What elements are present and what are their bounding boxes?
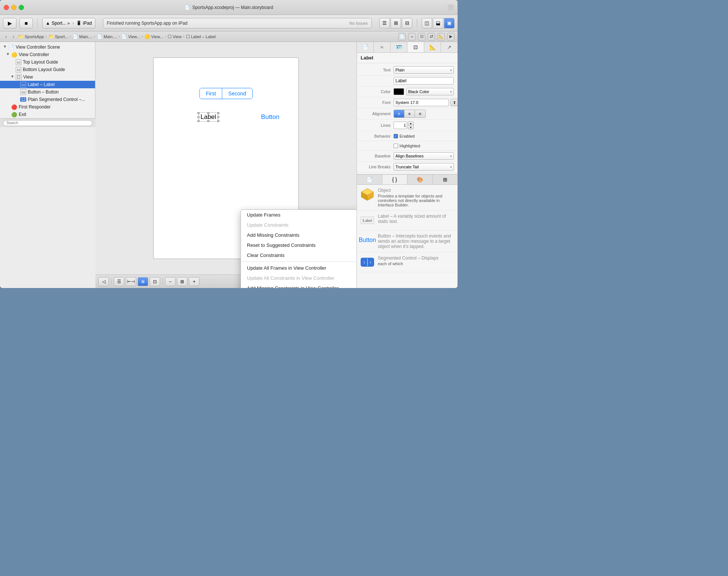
- breadcrumb-main2[interactable]: 📄 Main....: [97, 34, 117, 39]
- breadcrumb-view[interactable]: ☐ View: [168, 34, 182, 39]
- inspector-text-value-row: [357, 76, 458, 86]
- obj-lib-tab-snippets[interactable]: ⊞: [433, 175, 458, 184]
- tab-size-inspector[interactable]: 📐: [424, 42, 441, 52]
- ctx-reset-suggested[interactable]: Reset to Suggested Constraints ⌥⇧⌘=: [241, 240, 357, 250]
- highlighted-checkbox[interactable]: [394, 144, 398, 148]
- nav-panel-btn[interactable]: ◫: [422, 18, 432, 28]
- inspector-panel-btn[interactable]: ▣: [444, 18, 455, 28]
- nav-back-btn[interactable]: ‹: [3, 34, 9, 40]
- canvas-zoom-out-btn[interactable]: −: [165, 277, 175, 286]
- lines-increment[interactable]: ▲: [408, 122, 413, 125]
- align-left-btn[interactable]: ≡: [394, 110, 404, 117]
- canvas-button[interactable]: Button: [261, 113, 279, 121]
- rulers-icon[interactable]: 📐: [437, 33, 445, 40]
- maximize-button[interactable]: [19, 5, 24, 10]
- breadcrumb-sportsapp[interactable]: 📁 SportsApp: [18, 34, 44, 39]
- canvas-back-btn[interactable]: ◁: [98, 277, 109, 286]
- lines-decrement[interactable]: ▼: [408, 125, 413, 129]
- obj-lib-tab-media[interactable]: 🎨: [407, 175, 433, 184]
- assistant-editor-btn[interactable]: ⊞: [391, 18, 401, 28]
- tree-item-first-responder[interactable]: 🔴 First Responder: [0, 103, 95, 111]
- inspector-behavior-row: Behavior ✓ Enabled: [357, 131, 458, 141]
- linebreaks-select[interactable]: Truncate Tail ▼: [394, 163, 454, 171]
- tree-item-segmented[interactable]: 12 Plain Segmented Control –...: [0, 96, 95, 103]
- close-button[interactable]: [4, 5, 9, 10]
- ctx-clear-constraints[interactable]: Clear Constraints: [241, 250, 357, 260]
- seg-second-btn[interactable]: Second: [222, 88, 252, 99]
- breadcrumb-sport[interactable]: 📁 Sport...: [48, 34, 68, 39]
- tree-item-bottom-layout[interactable]: ▭ Bottom Layout Guide: [0, 66, 95, 73]
- canvas-list-btn[interactable]: ☰: [114, 277, 124, 286]
- fullscreen-button[interactable]: [448, 4, 454, 10]
- standard-editor-btn[interactable]: ☰: [379, 18, 390, 28]
- breadcrumb-view1[interactable]: 📄 View...: [121, 34, 140, 39]
- tab-connections-inspector[interactable]: ↗: [441, 42, 458, 52]
- tree-item-view-controller[interactable]: ▶ 🟡 View Controller: [0, 51, 95, 58]
- text-type-select[interactable]: Plain ▼: [394, 66, 454, 74]
- ctx-add-missing[interactable]: Add Missing Constraints: [241, 230, 357, 240]
- obj-lib-tab-file[interactable]: 📄: [357, 175, 382, 184]
- handle-lm[interactable]: [198, 116, 199, 118]
- obj-object-title: Object: [378, 188, 454, 193]
- tree-item-view[interactable]: ▶ ☐ View: [0, 73, 95, 81]
- canvas-zoom-in-btn[interactable]: +: [189, 277, 199, 286]
- tree-item-label[interactable]: ▭ Label – Label: [0, 81, 95, 88]
- canvas-spacing-btn[interactable]: ⊢⊣: [126, 277, 136, 286]
- canvas-align-btn[interactable]: ⊡: [150, 277, 160, 286]
- ctx-add-missing-vc[interactable]: Add Missing Constraints in View Controll…: [241, 283, 357, 288]
- file-inspector-icon[interactable]: 📄: [398, 33, 406, 40]
- canvas-pin-btn[interactable]: ⊗: [138, 277, 148, 286]
- breadcrumb-view2[interactable]: 🟡 View...: [144, 34, 163, 39]
- object-library-icon[interactable]: ▶: [447, 33, 455, 40]
- color-select[interactable]: Black Color ▼: [406, 88, 454, 95]
- version-editor-btn[interactable]: ⊟: [402, 18, 412, 28]
- font-picker-btn[interactable]: T: [450, 99, 458, 106]
- handle-tr[interactable]: [217, 112, 219, 114]
- handle-bl[interactable]: [198, 120, 199, 122]
- handle-br[interactable]: [217, 120, 219, 122]
- nav-forward-btn[interactable]: ›: [10, 34, 16, 40]
- canvas-segmented-control[interactable]: First Second: [199, 88, 253, 99]
- ctx-update-all-frames[interactable]: Update All Frames in View Controller: [241, 263, 357, 273]
- obj-label-title: Label – A variably sized amount of stati…: [378, 214, 454, 224]
- handle-rm[interactable]: [217, 116, 219, 118]
- align-right-btn[interactable]: ≡: [415, 110, 425, 117]
- debug-panel-btn[interactable]: ⬓: [433, 18, 443, 28]
- view2-icon: 🟡: [144, 34, 150, 39]
- canvas-label-selected[interactable]: Label: [199, 113, 218, 121]
- scheme-selector[interactable]: ▲ Sport... ▶ › 📱 iPad: [42, 18, 95, 28]
- tree-search-input[interactable]: [3, 120, 92, 126]
- tree-item-exit[interactable]: 🟢 Exit: [0, 111, 95, 118]
- tree-item-button[interactable]: ▭ Button – Button: [0, 88, 95, 96]
- history-icon[interactable]: ⊡: [418, 33, 425, 40]
- handle-tl[interactable]: [198, 112, 199, 114]
- stop-button[interactable]: ■: [19, 18, 33, 28]
- connections-icon[interactable]: ⇄: [428, 33, 435, 40]
- breadcrumb-label[interactable]: ☐ Label – Label: [186, 34, 216, 39]
- canvas-label-wrapper[interactable]: Label: [199, 113, 218, 121]
- color-well[interactable]: [394, 88, 404, 95]
- tab-quick-help[interactable]: ≈: [374, 42, 391, 52]
- tab-attributes-inspector[interactable]: ⊡: [407, 42, 424, 52]
- minimize-button[interactable]: [11, 5, 16, 10]
- text-value-input[interactable]: [394, 77, 454, 85]
- align-center-btn[interactable]: ≡: [404, 110, 415, 117]
- context-menu: Update Frames ⌥⌘= Update Constraints ⇧⌘=…: [241, 209, 357, 288]
- handle-bm[interactable]: [207, 120, 209, 122]
- baseline-select[interactable]: Align Baselines ▼: [394, 152, 454, 160]
- seg-first-btn[interactable]: First: [200, 88, 222, 99]
- tab-file-inspector[interactable]: 📄: [357, 42, 374, 52]
- tree-item-view-controller-scene[interactable]: ▶ 📄 View Controller Scene: [0, 43, 95, 51]
- enabled-checkbox[interactable]: ✓: [394, 134, 398, 138]
- quick-help-icon[interactable]: ≈: [408, 33, 416, 40]
- tree-item-top-layout[interactable]: ▭ Top Layout Guide: [0, 58, 95, 66]
- lines-input[interactable]: [394, 122, 407, 129]
- play-button[interactable]: ▶: [3, 18, 16, 28]
- obj-lib-tab-objects[interactable]: { }: [382, 175, 408, 184]
- breadcrumb-main1[interactable]: 📄 Main....: [73, 34, 93, 39]
- ctx-update-frames[interactable]: Update Frames ⌥⌘=: [241, 210, 357, 220]
- handle-tm[interactable]: [207, 112, 209, 114]
- font-input[interactable]: [394, 99, 449, 106]
- canvas-fit-btn[interactable]: ⊞: [177, 277, 187, 286]
- tab-identity-inspector[interactable]: 🪪: [391, 42, 407, 52]
